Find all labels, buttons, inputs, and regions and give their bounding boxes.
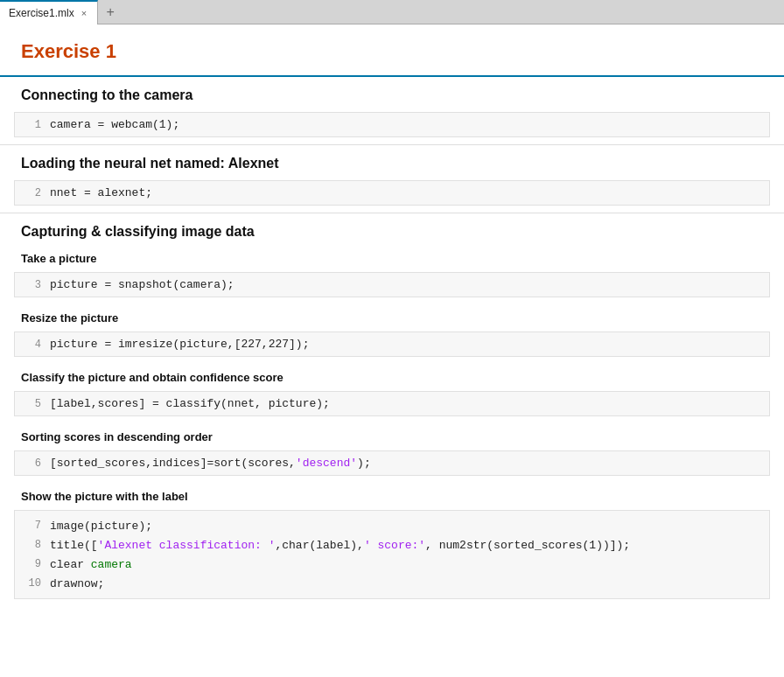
tab-bar: Exercise1.mlx × +: [0, 0, 784, 24]
line-num-6: 6: [25, 457, 41, 470]
section-classify: Capturing & classifying image data Take …: [0, 213, 784, 599]
code-row-9: 9 clear camera: [25, 555, 759, 574]
code-text-1: camera = webcam(1);: [50, 118, 759, 131]
code-text-6: [sorted_scores,indices]=sort(scores,'des…: [50, 457, 759, 470]
section-alexnet: Loading the neural net named: Alexnet 2 …: [0, 145, 784, 206]
code-block-1: 1 camera = webcam(1);: [14, 112, 770, 137]
line-num-1: 1: [25, 119, 41, 131]
code-block-5: 5 [label,scores] = classify(nnet, pictur…: [14, 391, 770, 416]
code-text-8: title(['Alexnet classification: ',char(l…: [50, 539, 759, 552]
code-block-4: 4 picture = imresize(picture,[227,227]);: [14, 332, 770, 357]
line-num-4: 4: [25, 338, 41, 351]
tab-add-button[interactable]: +: [100, 2, 121, 23]
code-row-8: 8 title(['Alexnet classification: ',char…: [25, 535, 759, 555]
line-num-2: 2: [25, 187, 41, 199]
sub-header-take-picture: Take a picture: [0, 245, 784, 269]
tab-exercise1[interactable]: Exercise1.mlx ×: [0, 0, 98, 24]
code-block-2: 2 nnet = alexnet;: [14, 180, 770, 206]
code-text-9: clear camera: [50, 558, 759, 571]
line-num-10: 10: [25, 577, 41, 590]
code-block-3: 3 picture = snapshot(camera);: [14, 272, 770, 297]
code-text-10: drawnow;: [50, 577, 759, 590]
sub-header-show: Show the picture with the label: [0, 483, 784, 506]
sub-header-classify: Classify the picture and obtain confiden…: [0, 364, 784, 387]
code-row-10: 10 drawnow;: [25, 574, 759, 593]
tab-label: Exercise1.mlx: [9, 7, 74, 19]
section-camera: Connecting to the camera 1 camera = webc…: [0, 77, 784, 137]
plus-icon: +: [106, 4, 114, 20]
line-num-8: 8: [25, 539, 41, 551]
sub-header-resize: Resize the picture: [0, 304, 784, 328]
line-num-7: 7: [25, 520, 41, 532]
sub-header-sort: Sorting scores in descending order: [0, 423, 784, 447]
section-header-classify: Capturing & classifying image data: [0, 213, 784, 245]
code-text-7: image(picture);: [50, 520, 759, 533]
line-num-3: 3: [25, 279, 41, 291]
code-text-4: picture = imresize(picture,[227,227]);: [50, 338, 759, 351]
section-header-camera: Connecting to the camera: [0, 77, 784, 108]
page-title: Exercise 1: [0, 24, 784, 77]
code-block-multi-7-10: 7 image(picture); 8 title(['Alexnet clas…: [14, 510, 770, 599]
line-num-5: 5: [25, 398, 41, 410]
main-content: Exercise 1 Connecting to the camera 1 ca…: [0, 24, 784, 677]
content-area: Exercise 1 Connecting to the camera 1 ca…: [0, 24, 784, 677]
code-row-7: 7 image(picture);: [25, 516, 759, 535]
code-block-6: 6 [sorted_scores,indices]=sort(scores,'d…: [14, 450, 770, 476]
code-text-5: [label,scores] = classify(nnet, picture)…: [50, 397, 759, 410]
code-text-3: picture = snapshot(camera);: [50, 278, 759, 291]
code-text-2: nnet = alexnet;: [50, 186, 759, 199]
tab-close-icon[interactable]: ×: [80, 7, 88, 19]
section-header-alexnet: Loading the neural net named: Alexnet: [0, 145, 784, 177]
line-num-9: 9: [25, 558, 41, 570]
